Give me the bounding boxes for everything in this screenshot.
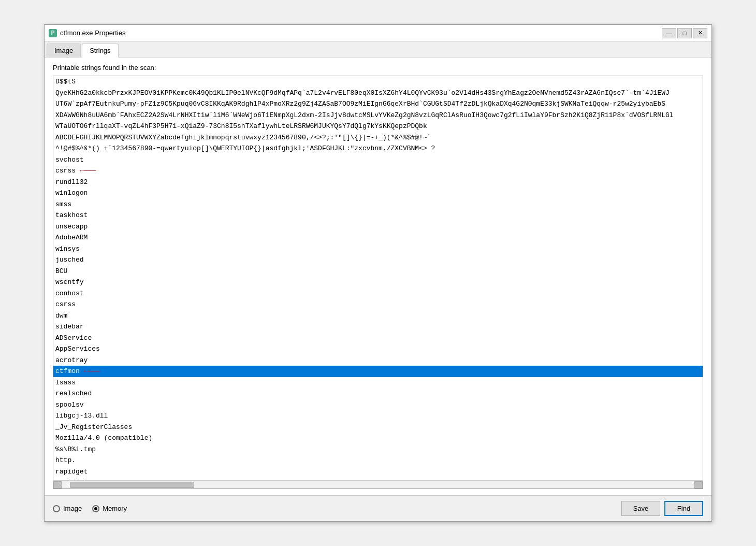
list-item[interactable]: taskhost <box>53 210 703 221</box>
strings-container: D$$tSQyeKHhG2a0kkcbPrzxKJPEOV0iKPPKemc0K… <box>53 76 703 489</box>
radio-image-circle[interactable] <box>53 505 60 512</box>
list-item[interactable]: ctfmon←——— <box>53 366 703 377</box>
list-item[interactable]: svchost <box>53 154 703 166</box>
title-bar-left: P ctfmon.exe Properties <box>49 29 125 37</box>
list-item[interactable]: winlogon <box>53 188 703 199</box>
list-item[interactable]: lsass <box>53 377 703 389</box>
list-item[interactable]: smss <box>53 199 703 210</box>
main-window: P ctfmon.exe Properties — □ ✕ Image Stri… <box>44 24 712 522</box>
list-item[interactable]: QyeKHhG2a0kkcbPrzxKJPEOV0iKPPKemc0K49Qb1… <box>53 88 703 99</box>
list-item[interactable]: WTaUOTO6frllqaXT-vqZL4hF3P5H71-xQ1aZ9-73… <box>53 121 703 132</box>
list-item[interactable]: rapidget <box>53 466 703 478</box>
list-item[interactable]: XDAWWGNh8uUA6mb`FAhxECZ2A2SW4LrNHXItiw`l… <box>53 110 703 121</box>
list-item[interactable]: D$$tS <box>53 76 703 88</box>
red-arrow-icon: ←——— <box>80 166 96 176</box>
close-button[interactable]: ✕ <box>693 28 707 38</box>
list-item[interactable]: ^!@#$%^&*()_+`1234567890-=qwertyuiop[]\Q… <box>53 143 703 154</box>
radio-memory-label: Memory <box>103 505 127 512</box>
main-content: Printable strings found in the scan: D$$… <box>45 58 711 495</box>
find-button[interactable]: Find <box>664 501 703 516</box>
list-item[interactable]: unsecapp <box>53 221 703 233</box>
list-item[interactable]: AppServices <box>53 343 703 355</box>
tab-image[interactable]: Image <box>47 44 81 57</box>
list-item[interactable]: rundll32 <box>53 177 703 188</box>
horizontal-scrollbar[interactable] <box>53 480 703 488</box>
list-item[interactable]: spoolsv <box>53 399 703 411</box>
title-bar: P ctfmon.exe Properties — □ ✕ <box>45 25 711 41</box>
title-controls: — □ ✕ <box>662 28 707 38</box>
radio-memory[interactable]: Memory <box>92 505 127 512</box>
tab-bar: Image Strings <box>45 41 711 58</box>
list-item[interactable]: ABCDEFGHIJKLMNOPQRSTUVWXYZabcdefghijklmn… <box>53 132 703 143</box>
window-icon: P <box>49 29 57 37</box>
list-item[interactable]: ADService <box>53 333 703 344</box>
minimize-button[interactable]: — <box>662 28 676 38</box>
section-label: Printable strings found in the scan: <box>53 64 703 71</box>
bottom-bar: Image Memory Save Find <box>45 495 711 521</box>
list-item[interactable]: http. <box>53 455 703 466</box>
list-item[interactable]: wscntfy <box>53 277 703 288</box>
radio-image[interactable]: Image <box>53 505 82 512</box>
tab-strings[interactable]: Strings <box>82 44 118 58</box>
list-item[interactable]: sidebar <box>53 321 703 333</box>
save-button[interactable]: Save <box>621 501 660 516</box>
list-item[interactable]: acrotray <box>53 355 703 366</box>
radio-group: Image Memory <box>53 505 127 512</box>
list-item[interactable]: csrss <box>53 299 703 310</box>
list-item[interactable]: winsys <box>53 243 703 255</box>
list-item[interactable]: realsched <box>53 388 703 399</box>
list-item[interactable]: csrss←——— <box>53 165 703 177</box>
list-item[interactable]: dwm <box>53 310 703 322</box>
list-item[interactable]: BCU <box>53 266 703 277</box>
radio-image-label: Image <box>63 505 82 512</box>
list-item[interactable]: Mozilla/4.0 (compatible) <box>53 433 703 444</box>
list-item[interactable]: _Jv_RegisterClasses <box>53 422 703 433</box>
scrollbar-thumb[interactable] <box>70 482 194 488</box>
button-group: Save Find <box>621 501 703 516</box>
radio-memory-circle[interactable] <box>92 505 99 512</box>
list-item[interactable]: conhost <box>53 288 703 299</box>
strings-list[interactable]: D$$tSQyeKHhG2a0kkcbPrzxKJPEOV0iKPPKemc0K… <box>53 76 703 480</box>
list-item[interactable]: UT6W`zpAf7EutnkuPumy-pFZ1z9C5Kpuq06vC8IK… <box>53 98 703 110</box>
window-title: ctfmon.exe Properties <box>60 29 125 37</box>
list-item[interactable]: %s\B%i.tmp <box>53 444 703 455</box>
list-item[interactable]: libgcj-13.dll <box>53 410 703 422</box>
list-item[interactable]: jusched <box>53 254 703 266</box>
maximize-button[interactable]: □ <box>677 28 692 38</box>
red-arrow-icon: ←——— <box>84 366 100 377</box>
list-item[interactable]: AdobeARM <box>53 232 703 243</box>
